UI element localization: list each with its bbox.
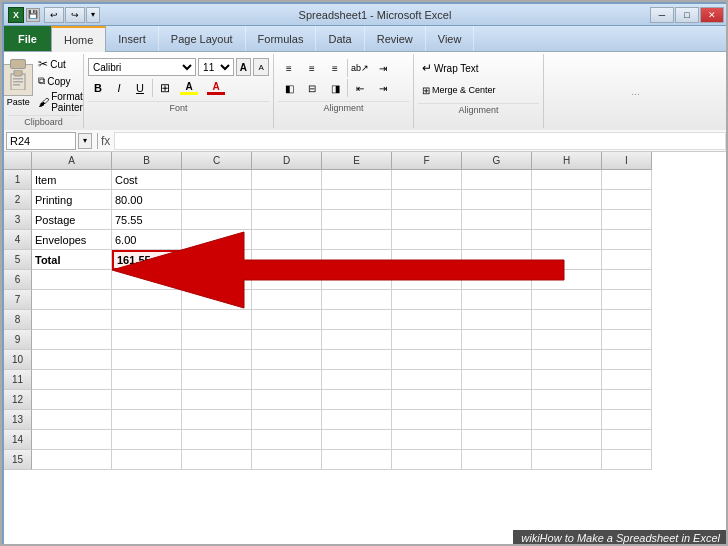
cell-D14[interactable] [252,430,322,450]
cell-F2[interactable] [392,190,462,210]
decrease-indent-button[interactable]: ⇤ [349,78,371,98]
cell-B11[interactable] [112,370,182,390]
cell-E8[interactable] [322,310,392,330]
cell-G7[interactable] [462,290,532,310]
cell-E4[interactable] [322,230,392,250]
cell-A6[interactable] [32,270,112,290]
cell-B13[interactable] [112,410,182,430]
cell-H11[interactable] [532,370,602,390]
tab-insert[interactable]: Insert [106,26,159,51]
cell-I1[interactable] [602,170,652,190]
cell-D1[interactable] [252,170,322,190]
cell-G4[interactable] [462,230,532,250]
quick-access-save[interactable]: 💾 [26,8,40,22]
cell-B5[interactable]: 161.55 [112,250,182,270]
cell-C13[interactable] [182,410,252,430]
cell-E14[interactable] [322,430,392,450]
close-button[interactable]: ✕ [700,7,724,23]
cell-G1[interactable] [462,170,532,190]
cell-C14[interactable] [182,430,252,450]
cell-E10[interactable] [322,350,392,370]
cell-F4[interactable] [392,230,462,250]
cell-A15[interactable] [32,450,112,470]
cell-G10[interactable] [462,350,532,370]
cell-A14[interactable] [32,430,112,450]
cell-F6[interactable] [392,270,462,290]
cell-C15[interactable] [182,450,252,470]
cell-H13[interactable] [532,410,602,430]
cell-ref-dropdown[interactable]: ▾ [78,133,92,149]
cell-I2[interactable] [602,190,652,210]
cell-E5[interactable] [322,250,392,270]
tab-file[interactable]: File [4,26,51,51]
cell-D7[interactable] [252,290,322,310]
cell-H4[interactable] [532,230,602,250]
cell-A2[interactable]: Printing [32,190,112,210]
cell-I4[interactable] [602,230,652,250]
cell-D11[interactable] [252,370,322,390]
col-header-F[interactable]: F [392,152,462,170]
indent-button[interactable]: ⇥ [372,58,394,78]
format-painter-button[interactable]: 🖌 Format Painter [36,90,85,114]
cell-G8[interactable] [462,310,532,330]
col-header-I[interactable]: I [602,152,652,170]
font-size-select[interactable]: 11 [198,58,233,76]
cell-F10[interactable] [392,350,462,370]
cell-H7[interactable] [532,290,602,310]
cell-A8[interactable] [32,310,112,330]
cell-D15[interactable] [252,450,322,470]
cell-D5[interactable] [252,250,322,270]
cell-E1[interactable] [322,170,392,190]
cell-H15[interactable] [532,450,602,470]
cell-G12[interactable] [462,390,532,410]
cell-I3[interactable] [602,210,652,230]
cell-A9[interactable] [32,330,112,350]
cell-I13[interactable] [602,410,652,430]
minimize-button[interactable]: ─ [650,7,674,23]
cell-H9[interactable] [532,330,602,350]
cell-H8[interactable] [532,310,602,330]
tab-review[interactable]: Review [365,26,426,51]
increase-indent-button[interactable]: ⇥ [372,78,394,98]
cell-I8[interactable] [602,310,652,330]
cell-G9[interactable] [462,330,532,350]
border-button[interactable]: ⊞ [155,78,175,98]
cell-E3[interactable] [322,210,392,230]
tab-formulas[interactable]: Formulas [246,26,317,51]
cell-E12[interactable] [322,390,392,410]
cell-B8[interactable] [112,310,182,330]
cell-F3[interactable] [392,210,462,230]
tab-home[interactable]: Home [51,26,106,52]
bold-button[interactable]: B [88,78,108,98]
cell-F5[interactable] [392,250,462,270]
cell-D12[interactable] [252,390,322,410]
cell-D3[interactable] [252,210,322,230]
tab-view[interactable]: View [426,26,475,51]
font-shrink-button[interactable]: A [253,58,269,76]
align-left-button[interactable]: ◧ [278,78,300,98]
cell-C11[interactable] [182,370,252,390]
col-header-G[interactable]: G [462,152,532,170]
cell-B2[interactable]: 80.00 [112,190,182,210]
cell-D13[interactable] [252,410,322,430]
cell-B7[interactable] [112,290,182,310]
cut-button[interactable]: ✂ Cut [36,56,85,72]
redo-button[interactable]: ↪ [65,7,85,23]
cell-G13[interactable] [462,410,532,430]
cell-G14[interactable] [462,430,532,450]
cell-I12[interactable] [602,390,652,410]
maximize-button[interactable]: □ [675,7,699,23]
cell-A7[interactable] [32,290,112,310]
cell-I10[interactable] [602,350,652,370]
cell-F9[interactable] [392,330,462,350]
cell-B4[interactable]: 6.00 [112,230,182,250]
cell-H6[interactable] [532,270,602,290]
cell-H1[interactable] [532,170,602,190]
cell-B15[interactable] [112,450,182,470]
tab-data[interactable]: Data [316,26,364,51]
cell-C6[interactable] [182,270,252,290]
cell-G11[interactable] [462,370,532,390]
cell-C1[interactable] [182,170,252,190]
cell-C3[interactable] [182,210,252,230]
underline-button[interactable]: U [130,78,150,98]
